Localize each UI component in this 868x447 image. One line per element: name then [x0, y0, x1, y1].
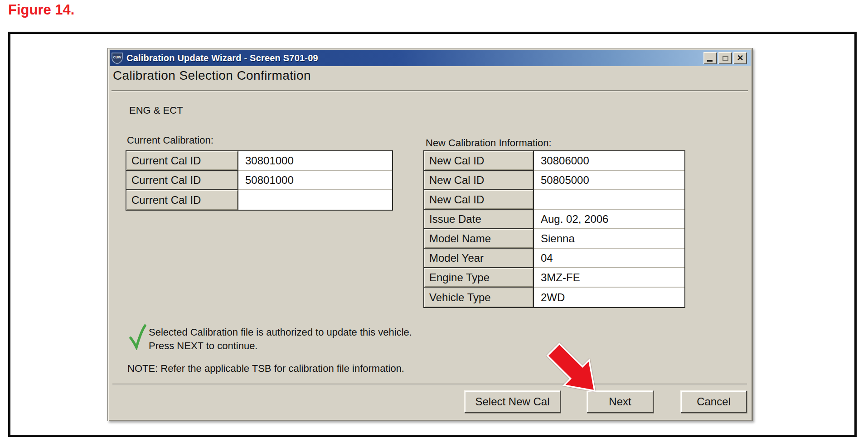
row-label: Engine Type [424, 268, 534, 288]
calibration-update-wizard-window: CUW Calibration Update Wizard - Screen S… [107, 48, 753, 421]
row-label: Vehicle Type [424, 288, 534, 307]
table-row: New Cal ID 50805000 [424, 171, 684, 190]
table-row: Vehicle Type 2WD [424, 288, 684, 307]
table-row: New Cal ID [424, 190, 684, 210]
figure-caption: Figure 14. [8, 2, 74, 18]
row-value: 2WD [534, 288, 684, 307]
next-button[interactable]: Next [587, 390, 654, 413]
table-row: Model Name Sienna [424, 229, 684, 249]
table-row: Issue Date Aug. 02, 2006 [424, 210, 684, 229]
row-value: 50805000 [534, 171, 684, 190]
ecu-section-label: ENG & ECT [129, 105, 183, 116]
title-bar[interactable]: CUW Calibration Update Wizard - Screen S… [110, 50, 751, 66]
new-calibration-table: New Cal ID 30806000 New Cal ID 50805000 … [423, 150, 685, 308]
row-label: New Cal ID [424, 151, 534, 171]
figure-border-box: CUW Calibration Update Wizard - Screen S… [8, 32, 857, 437]
window-title: Calibration Update Wizard - Screen S701-… [126, 53, 318, 63]
close-button[interactable]: ✕ [733, 52, 747, 64]
row-value: 30806000 [534, 151, 684, 171]
row-label: Issue Date [424, 210, 534, 229]
cuw-app-icon: CUW [111, 52, 123, 65]
minimize-icon [707, 60, 713, 62]
note-text: NOTE: Refer the applicable TSB for calib… [127, 363, 404, 375]
table-row: Current Cal ID 30801000 [126, 151, 392, 171]
new-calibration-label: New Calibration Information: [426, 137, 552, 149]
row-value: 04 [534, 249, 684, 268]
maximize-button[interactable] [718, 52, 732, 64]
row-label: Current Cal ID [126, 171, 238, 190]
row-label: New Cal ID [424, 190, 534, 210]
row-label: Current Cal ID [126, 190, 238, 210]
svg-text:CUW: CUW [113, 55, 122, 59]
row-value: Sienna [534, 229, 684, 249]
table-row: Model Year 04 [424, 249, 684, 268]
row-value: 50801000 [238, 171, 392, 190]
minimize-button[interactable] [703, 52, 717, 64]
table-row: New Cal ID 30806000 [424, 151, 684, 171]
row-label: New Cal ID [424, 171, 534, 190]
maximize-icon [723, 56, 728, 61]
table-row: Current Cal ID 50801000 [126, 171, 392, 190]
checkmark-icon [129, 324, 147, 350]
select-new-cal-button[interactable]: Select New Cal [464, 390, 561, 413]
status-line-1: Selected Calibration file is authorized … [149, 326, 412, 339]
button-row-divider [112, 384, 747, 385]
window-controls: ✕ [703, 52, 747, 64]
row-value: Aug. 02, 2006 [534, 210, 684, 229]
close-icon: ✕ [737, 54, 743, 62]
table-row: Current Cal ID [126, 190, 392, 210]
heading-divider [112, 90, 748, 91]
status-message: Selected Calibration file is authorized … [149, 326, 412, 353]
row-value: 30801000 [238, 151, 392, 171]
table-row: Engine Type 3MZ-FE [424, 268, 684, 288]
page-title: Calibration Selection Confirmation [113, 68, 311, 83]
current-calibration-table: Current Cal ID 30801000 Current Cal ID 5… [126, 150, 393, 211]
row-label: Model Name [424, 229, 534, 249]
row-value: 3MZ-FE [534, 268, 684, 288]
row-value [534, 190, 684, 210]
current-calibration-label: Current Calibration: [127, 135, 213, 146]
cancel-button[interactable]: Cancel [680, 390, 747, 413]
row-label: Current Cal ID [126, 151, 238, 171]
row-value [238, 190, 392, 210]
row-label: Model Year [424, 249, 534, 268]
status-line-2: Press NEXT to continue. [149, 339, 412, 353]
